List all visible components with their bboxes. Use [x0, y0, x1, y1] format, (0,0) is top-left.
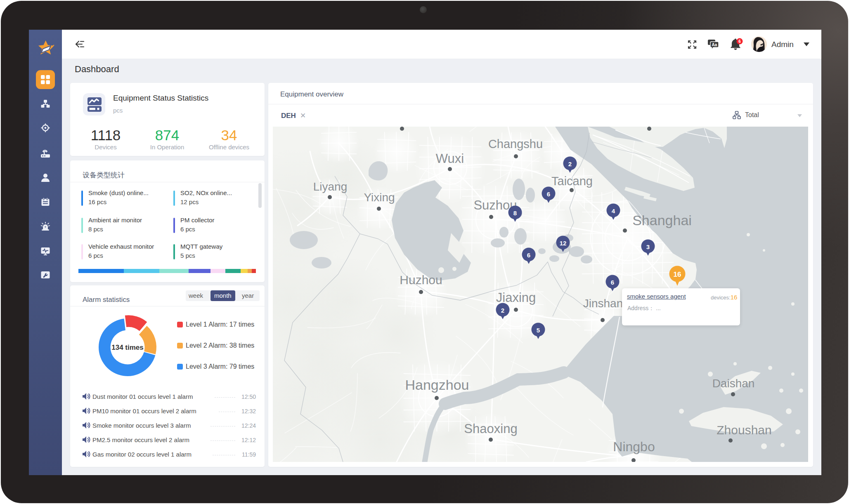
- svg-text:Taicang: Taicang: [551, 174, 593, 188]
- svg-text:Jiaxing: Jiaxing: [496, 290, 536, 305]
- svg-text:12: 12: [560, 240, 567, 247]
- svg-text:Shanghai: Shanghai: [632, 212, 692, 228]
- svg-text:Zhoushan: Zhoushan: [717, 423, 771, 437]
- svg-text:Wuxi: Wuxi: [436, 151, 464, 166]
- svg-text:2: 2: [501, 307, 504, 314]
- svg-text:Jinshan: Jinshan: [583, 297, 623, 310]
- svg-text:Daishan: Daishan: [712, 377, 755, 390]
- svg-text:Yixing: Yixing: [364, 191, 395, 204]
- svg-text:2: 2: [568, 160, 572, 167]
- svg-text:3: 3: [646, 243, 650, 250]
- svg-text:Huzhou: Huzhou: [400, 273, 442, 287]
- svg-text:Liyang: Liyang: [313, 180, 348, 193]
- svg-text:Changshu: Changshu: [488, 137, 543, 151]
- svg-text:6: 6: [611, 279, 614, 286]
- svg-text:16: 16: [674, 271, 681, 278]
- svg-text:Hangzhou: Hangzhou: [405, 377, 469, 393]
- svg-text:6: 6: [547, 191, 550, 198]
- svg-text:6: 6: [738, 39, 741, 44]
- svg-text:Aa: Aa: [712, 42, 717, 47]
- svg-text:4: 4: [612, 207, 615, 214]
- svg-text:6: 6: [527, 252, 530, 259]
- svg-text:Ningbo: Ningbo: [613, 439, 655, 454]
- svg-text:Shaoxing: Shaoxing: [464, 422, 517, 436]
- svg-text:5: 5: [537, 327, 540, 334]
- svg-text:8: 8: [513, 210, 517, 217]
